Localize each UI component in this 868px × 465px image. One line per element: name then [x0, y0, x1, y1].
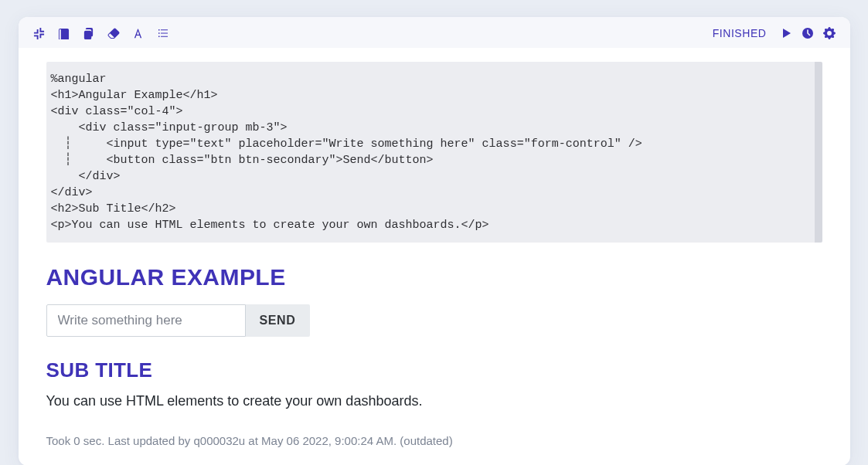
- toolbar-left: [32, 26, 170, 40]
- input-group: SEND: [46, 304, 310, 337]
- copy-icon[interactable]: [82, 26, 96, 40]
- output-h1: ANGULAR EXAMPLE: [46, 264, 822, 290]
- toolbar: FINISHED: [19, 17, 850, 48]
- card-body: %angular <h1>Angular Example</h1> <div c…: [19, 48, 850, 465]
- list-icon[interactable]: [156, 26, 170, 40]
- play-icon[interactable]: [779, 26, 793, 40]
- clock-icon[interactable]: [801, 26, 815, 40]
- gear-icon[interactable]: [822, 26, 836, 40]
- code-editor[interactable]: %angular <h1>Angular Example</h1> <div c…: [46, 62, 822, 243]
- font-icon[interactable]: [131, 26, 145, 40]
- paragraph-card: FINISHED %angular <h1>Angular Example</h…: [19, 17, 850, 465]
- output-panel: ANGULAR EXAMPLE SEND SUB TITLE You can u…: [19, 243, 850, 409]
- text-input[interactable]: [46, 304, 246, 337]
- meta-text: Took 0 sec. Last updated by q000032u at …: [19, 434, 850, 447]
- output-h2: SUB TITLE: [46, 358, 822, 382]
- toolbar-right: FINISHED: [713, 26, 836, 40]
- output-paragraph: You can use HTML elements to create your…: [46, 393, 822, 409]
- book-icon[interactable]: [57, 26, 71, 40]
- eraser-icon[interactable]: [107, 26, 121, 40]
- status-text: FINISHED: [713, 27, 767, 39]
- send-button[interactable]: SEND: [246, 304, 310, 337]
- collapse-icon[interactable]: [32, 26, 46, 40]
